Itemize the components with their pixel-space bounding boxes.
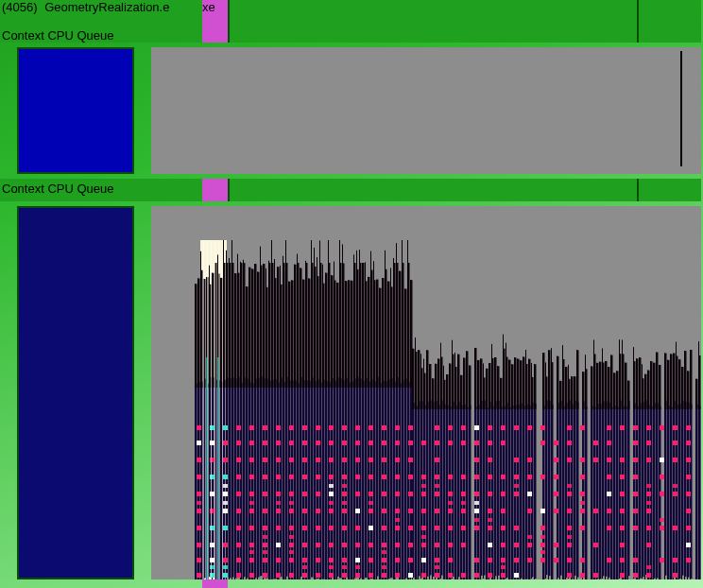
panel1-indicator [680, 51, 682, 166]
svg-rect-884 [461, 573, 466, 578]
svg-rect-532 [488, 425, 492, 430]
svg-rect-862 [249, 573, 254, 578]
svg-rect-680 [567, 484, 572, 488]
svg-rect-571 [554, 441, 558, 445]
svg-rect-222 [402, 263, 404, 388]
svg-rect-748 [316, 526, 320, 530]
flame-graph[interactable] [151, 206, 701, 579]
svg-rect-380 [562, 406, 565, 579]
svg-rect-848 [567, 558, 572, 562]
svg-rect-891 [580, 573, 585, 578]
svg-rect-869 [329, 573, 334, 578]
svg-rect-857 [210, 573, 214, 578]
svg-rect-33 [223, 263, 226, 388]
svg-rect-332 [508, 407, 511, 579]
svg-rect-670 [448, 492, 453, 496]
svg-rect-728 [554, 509, 558, 513]
svg-rect-781 [236, 543, 241, 547]
svg-rect-297 [474, 348, 477, 409]
svg-rect-192 [373, 280, 376, 388]
svg-rect-189 [370, 270, 373, 388]
svg-rect-282 [457, 355, 460, 409]
svg-rect-621 [316, 475, 320, 479]
time-marker-bottom[interactable] [202, 579, 228, 588]
svg-rect-251 [429, 400, 432, 575]
svg-rect-150 [334, 281, 336, 388]
svg-rect-770 [607, 526, 611, 530]
svg-rect-288 [463, 358, 466, 409]
svg-rect-549 [236, 441, 241, 445]
overview-thumb-2[interactable] [17, 206, 134, 579]
svg-rect-480 [667, 360, 670, 409]
svg-rect-830 [342, 558, 347, 562]
svg-rect-822 [263, 558, 267, 562]
svg-rect-755 [395, 518, 400, 522]
time-marker-1[interactable]: xe [202, 0, 228, 43]
svg-rect-302 [480, 401, 483, 576]
header-seg-1b[interactable] [230, 0, 637, 43]
row2-label: Context CPU Queue [2, 182, 114, 201]
svg-rect-636 [514, 475, 519, 479]
svg-rect-242 [420, 401, 423, 576]
svg-rect-556 [329, 441, 334, 445]
svg-rect-882 [435, 565, 439, 569]
svg-rect-698 [249, 501, 254, 505]
header-seg-2a[interactable]: Context CPU Queue [0, 179, 202, 201]
svg-rect-180 [362, 263, 365, 388]
overview-thumb-1[interactable] [17, 47, 134, 174]
svg-rect-864 [276, 573, 281, 578]
svg-rect-745 [276, 526, 281, 530]
svg-rect-905 [217, 357, 219, 579]
svg-rect-819 [236, 558, 241, 562]
svg-rect-764 [488, 518, 492, 522]
svg-rect-798 [421, 535, 426, 539]
svg-rect-459 [644, 374, 647, 409]
svg-rect-182 [365, 378, 368, 578]
header-seg-2c[interactable] [639, 179, 701, 201]
svg-rect-420 [605, 361, 608, 409]
svg-rect-690 [686, 492, 691, 496]
svg-rect-197 [379, 383, 382, 579]
svg-rect-390 [571, 376, 574, 409]
svg-rect-285 [460, 375, 463, 409]
time-marker-2[interactable] [202, 179, 228, 201]
svg-rect-669 [435, 484, 439, 488]
svg-rect-533 [501, 425, 506, 430]
svg-rect-327 [503, 349, 506, 409]
svg-rect-729 [567, 509, 572, 513]
header-row-2: Context CPU Queue [0, 179, 703, 201]
svg-rect-772 [633, 526, 638, 530]
svg-rect-366 [545, 376, 548, 409]
svg-rect-534 [514, 425, 519, 430]
svg-rect-57 [246, 286, 249, 388]
svg-rect-159 [342, 263, 345, 388]
header-seg-1c[interactable] [639, 0, 701, 43]
svg-rect-683 [620, 492, 625, 496]
timeline-panel-2[interactable] [151, 206, 701, 579]
header-seg-2b[interactable] [230, 179, 637, 201]
svg-rect-896 [646, 565, 651, 569]
svg-rect-804 [514, 543, 519, 547]
svg-rect-726 [527, 509, 532, 513]
svg-rect-744 [263, 526, 267, 530]
svg-rect-273 [449, 364, 452, 409]
svg-rect-873 [355, 573, 360, 578]
svg-rect-69 [257, 272, 260, 388]
header-seg-1a[interactable]: (4056) GeometryRealization.e Context CPU… [0, 0, 202, 43]
svg-rect-522 [342, 425, 347, 430]
svg-rect-447 [633, 361, 636, 409]
timeline-panel-1[interactable] [151, 47, 701, 174]
svg-rect-140 [325, 381, 328, 579]
svg-rect-201 [382, 278, 385, 388]
svg-rect-868 [316, 573, 320, 578]
svg-rect-774 [660, 526, 664, 530]
svg-rect-536 [540, 425, 545, 430]
svg-rect-387 [568, 379, 571, 409]
svg-rect-815 [686, 543, 691, 547]
svg-rect-509 [698, 406, 701, 579]
svg-rect-512 [210, 425, 214, 430]
svg-rect-655 [302, 492, 307, 496]
svg-rect-675 [514, 492, 519, 496]
svg-rect-878 [395, 573, 400, 578]
svg-rect-527 [408, 425, 413, 430]
